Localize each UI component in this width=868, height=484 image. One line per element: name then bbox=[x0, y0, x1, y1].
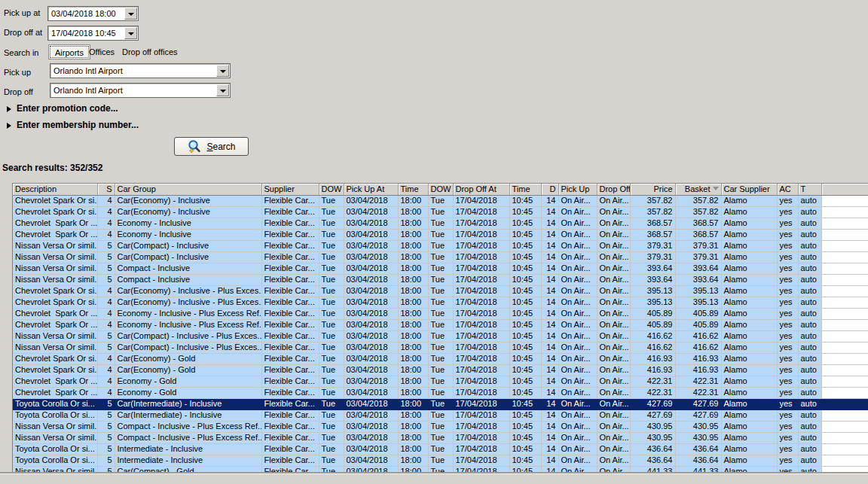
column-header-pickup_loc[interactable]: Pick Up bbox=[558, 184, 597, 195]
table-row[interactable]: Nissan Versa Or simil...5Compact - Inclu… bbox=[13, 274, 868, 285]
bottom-panel bbox=[0, 473, 868, 484]
column-header-dropoff_at[interactable]: Drop Off At bbox=[453, 184, 509, 195]
cell-basket: 379.31 bbox=[675, 240, 721, 251]
column-header-dow1[interactable]: DOW bbox=[319, 184, 344, 195]
column-header-ac[interactable]: AC bbox=[777, 184, 798, 195]
table-row[interactable]: Chevrolet Spark Or ...4Economy - Inclusi… bbox=[13, 218, 868, 229]
cell-price: 416.93 bbox=[630, 353, 675, 364]
table-row[interactable]: Toyota Corolla Or si...5Intermediate - I… bbox=[13, 455, 868, 466]
cell-d: 14 bbox=[541, 421, 558, 432]
dropoff-at-combobox[interactable]: 17/04/2018 10:45 bbox=[47, 26, 139, 41]
dropdown-button[interactable] bbox=[124, 8, 137, 20]
cell-price: 393.64 bbox=[630, 263, 675, 274]
table-row[interactable]: Chevrolet Spark Or si...4Car(Economy) - … bbox=[13, 206, 868, 218]
column-header-dow2[interactable]: DOW bbox=[428, 184, 453, 195]
table-row[interactable]: Chevrolet Spark Or si...4Car(Economy) - … bbox=[13, 353, 868, 364]
table-row[interactable]: Nissan Versa Or simil...5Compact - Inclu… bbox=[13, 263, 868, 274]
column-header-label: Time bbox=[512, 184, 530, 193]
column-header-label: AC bbox=[780, 184, 791, 193]
tab-dropoff-offices[interactable]: Drop off offices bbox=[116, 44, 184, 59]
cell-pickup_loc: On Air... bbox=[558, 443, 597, 455]
column-header-blank[interactable] bbox=[821, 184, 868, 195]
cell-car_group: Car(Intermediate) - Inclusive bbox=[115, 398, 261, 409]
cell-time2: 10:45 bbox=[509, 353, 541, 364]
column-header-car_supplier[interactable]: Car Supplier bbox=[721, 184, 777, 195]
cell-dropoff_at: 17/04/2018 bbox=[453, 297, 509, 308]
cell-description: Chevrolet Spark Or si... bbox=[13, 353, 97, 364]
cell-t: auto bbox=[798, 251, 821, 263]
cell-blank bbox=[821, 443, 868, 455]
table-row[interactable]: Chevrolet Spark Or si...4Car(Economy) - … bbox=[13, 195, 868, 206]
cell-ac: yes bbox=[777, 342, 798, 353]
table-row[interactable]: Chevrolet Spark Or ...4Economy - Inclusi… bbox=[13, 319, 868, 330]
table-row[interactable]: Chevrolet Spark Or ...4Economy - Inclusi… bbox=[13, 229, 868, 240]
cell-t: auto bbox=[798, 409, 821, 421]
cell-ac: yes bbox=[777, 466, 798, 473]
cell-time1: 18:00 bbox=[398, 297, 428, 308]
table-row[interactable]: Chevrolet Spark Or ...4Economy - Inclusi… bbox=[13, 308, 868, 319]
cell-car_supplier: Alamo bbox=[721, 263, 777, 274]
cell-dow2: Tue bbox=[428, 274, 453, 285]
column-header-car_group[interactable]: Car Group bbox=[115, 184, 261, 195]
table-row[interactable]: Toyota Corolla Or si...5Car(Intermediate… bbox=[13, 409, 868, 421]
cell-s: 4 bbox=[97, 319, 115, 330]
table-row[interactable]: Chevrolet Spark Or si...4Car(Economy) - … bbox=[13, 285, 868, 297]
pickup-combobox[interactable]: Orlando Intl Airport bbox=[50, 63, 231, 78]
dropoff-combobox[interactable]: Orlando Intl Airport bbox=[50, 83, 231, 98]
cell-price: 422.31 bbox=[630, 376, 675, 387]
table-row[interactable]: Toyota Corolla Or si...5Intermediate - I… bbox=[13, 443, 868, 455]
table-row[interactable]: Chevrolet Spark Or ...4Economy - GoldFle… bbox=[13, 376, 868, 387]
column-header-price[interactable]: Price bbox=[630, 184, 675, 195]
table-row[interactable]: Nissan Versa Or simil...5Car(Compact) - … bbox=[13, 251, 868, 263]
table-row[interactable]: Nissan Versa Or simil...5Compact - Inclu… bbox=[13, 432, 868, 443]
column-header-dropoff_loc[interactable]: Drop Off bbox=[597, 184, 630, 195]
table-row[interactable]: Chevrolet Spark Or si...4Car(Economy) - … bbox=[13, 364, 868, 376]
cell-dow2: Tue bbox=[428, 308, 453, 319]
cell-basket: 395.13 bbox=[675, 297, 721, 308]
cell-blank bbox=[821, 319, 868, 330]
dropdown-button[interactable] bbox=[216, 65, 229, 77]
cell-time2: 10:45 bbox=[509, 308, 541, 319]
cell-ac: yes bbox=[777, 285, 798, 297]
column-header-label: Price bbox=[653, 184, 672, 193]
cell-time1: 18:00 bbox=[398, 455, 428, 466]
column-header-supplier[interactable]: Supplier bbox=[261, 184, 319, 195]
table-row[interactable]: Nissan Versa Or simil...5Car(Compact) - … bbox=[13, 466, 868, 473]
membership-number-expander[interactable]: Enter membership number... bbox=[7, 120, 139, 130]
cell-price: 422.31 bbox=[630, 387, 675, 398]
cell-dropoff_at: 17/04/2018 bbox=[453, 409, 509, 421]
cell-blank bbox=[821, 240, 868, 251]
tab-offices[interactable]: Offices bbox=[83, 44, 121, 59]
column-header-time2[interactable]: Time bbox=[509, 184, 541, 195]
table-row[interactable]: Toyota Corolla Or si...5Car(Intermediate… bbox=[13, 398, 868, 409]
column-header-s[interactable]: S bbox=[97, 184, 115, 195]
pickup-at-combobox[interactable]: 03/04/2018 18:00 bbox=[47, 6, 139, 21]
cell-s: 5 bbox=[97, 240, 115, 251]
dropoff-label: Drop off bbox=[4, 87, 33, 97]
cell-pickup_at: 03/04/2018 bbox=[344, 308, 398, 319]
column-header-description[interactable]: Description bbox=[13, 184, 97, 195]
column-header-pickup_at[interactable]: Pick Up At bbox=[344, 184, 398, 195]
cell-car_supplier: Alamo bbox=[721, 240, 777, 251]
dropdown-button[interactable] bbox=[216, 84, 229, 96]
promotion-code-expander[interactable]: Enter promotion code... bbox=[7, 103, 118, 114]
table-row[interactable]: Nissan Versa Or simil...5Car(Compact) - … bbox=[13, 240, 868, 251]
cell-time2: 10:45 bbox=[509, 206, 541, 218]
table-row[interactable]: Nissan Versa Or simil...5Compact - Inclu… bbox=[13, 421, 868, 432]
column-header-t[interactable]: T bbox=[798, 184, 821, 195]
table-row[interactable]: Chevrolet Spark Or si...4Car(Economy) - … bbox=[13, 297, 868, 308]
table-row[interactable]: Nissan Versa Or simil...5Car(Compact) - … bbox=[13, 342, 868, 353]
column-header-d[interactable]: D bbox=[541, 184, 558, 195]
search-button[interactable]: Search bbox=[174, 137, 249, 156]
table-row[interactable]: Nissan Versa Or simil...5Car(Compact) - … bbox=[13, 330, 868, 342]
table-row[interactable]: Chevrolet Spark Or ...4Economy - GoldFle… bbox=[13, 387, 868, 398]
cell-time2: 10:45 bbox=[509, 432, 541, 443]
cell-time2: 10:45 bbox=[509, 330, 541, 342]
column-header-basket[interactable]: Basket bbox=[675, 184, 721, 195]
column-header-time1[interactable]: Time bbox=[398, 184, 428, 195]
cell-price: 436.64 bbox=[630, 443, 675, 455]
cell-dropoff_at: 17/04/2018 bbox=[453, 432, 509, 443]
cell-car_supplier: Alamo bbox=[721, 342, 777, 353]
dropdown-button[interactable] bbox=[124, 27, 137, 39]
search-icon bbox=[187, 139, 202, 154]
